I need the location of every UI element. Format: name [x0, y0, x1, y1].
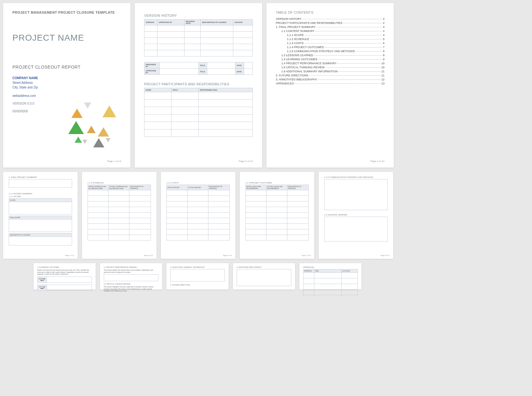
- page-8: 1.1.5 COMMUNICATION STRATEGY AND METHODS…: [319, 172, 393, 259]
- outcome-label: OUTCOME NAME: [38, 277, 47, 282]
- out-col3: EXPLANATION OF VARIANCE: [287, 185, 308, 190]
- scope-box: [9, 202, 72, 214]
- schedule-title: 1.1.2 SCHEDULE: [88, 182, 151, 184]
- additional-summary-box: [170, 269, 225, 281]
- table-row: [144, 122, 253, 129]
- table-row: [88, 218, 151, 224]
- vh-col-desc: DESCRIPTION OF CHANGE: [201, 20, 233, 25]
- toc-page-number: 10: [381, 62, 384, 65]
- toc-page-number: 10: [381, 66, 384, 69]
- page-footer: Page 2 of 14: [239, 160, 253, 163]
- toc-dots: [325, 67, 380, 68]
- version-history-table: VERSION APPROVED BY REVISION DATE DESCRI…: [144, 19, 253, 56]
- sched-col2: ACTUAL SCHEDULE with Key Milestone Dates: [108, 185, 129, 190]
- toc-entry: 1.1.5 COMMUNICATION STRATEGY AND METHODS…: [276, 50, 384, 53]
- appendices-table: APPENDIX ITEM LOCATION: [303, 269, 358, 297]
- toc-page-number: 7: [383, 46, 384, 49]
- toc-page-number: 8: [383, 50, 384, 53]
- toc-entry: 3. ANNOTATED BIBLIOGRAPHY12: [276, 78, 384, 81]
- toc-dots: [309, 75, 380, 76]
- toc-entry: 1.1.1 SCOPE4: [276, 34, 384, 37]
- table-row: [303, 273, 358, 278]
- toc-label: 1.1.5 COMMUNICATION STRATEGY AND METHODS: [287, 50, 355, 53]
- toc-dots: [310, 39, 382, 39]
- vh-col-version: VERSION: [144, 20, 157, 25]
- page-footer: Page 6 of 14: [223, 254, 232, 256]
- table-row: [167, 207, 230, 213]
- toc-dots: [295, 83, 380, 84]
- page-11: 1.6 ADDITIONAL SUMMARY INFORMATION 2. FU…: [166, 263, 229, 290]
- toc-page-number: 4: [383, 34, 384, 37]
- toc-label: 1.1.2 SCHEDULE: [287, 38, 309, 41]
- outcome-box-2: OUTCOME NAME: [37, 285, 92, 291]
- toc-entry: 1.1 CONTENT SUMMARY4: [276, 29, 384, 33]
- toc-dots: [314, 55, 382, 56]
- street-address: Street Address: [12, 80, 121, 85]
- table-row: [88, 224, 151, 229]
- toc-dots: [339, 71, 380, 72]
- learning-outcomes-desc: Briefly summarize how the learning outco…: [37, 269, 92, 275]
- title-label: TITLE: [198, 62, 207, 69]
- table-row: [246, 207, 309, 213]
- date-label2: DATE: [235, 69, 244, 75]
- toc-label: 1.1 CONTENT SUMMARY: [281, 29, 315, 33]
- table-row: [144, 50, 253, 56]
- page-12: 3. ANNOTATED BIBLIOGRAPHY: [233, 263, 295, 290]
- table-row: [88, 213, 151, 218]
- outcomes-title: 1.1.4 PROJECT OUTCOMES: [245, 182, 309, 184]
- toc-dots: [325, 47, 382, 47]
- table-row: [88, 201, 151, 207]
- final-scope-box: [9, 219, 72, 232]
- lessons-learned-box: [324, 217, 388, 241]
- toc-label: 1.1.1 SCOPE: [287, 34, 304, 37]
- summary-box: [9, 179, 72, 188]
- page-footer: Page 1 of 14: [107, 160, 121, 163]
- page-6: 1.1.3 COSTS INITIAL BUDGET ACTUAL BUDGET…: [161, 172, 235, 259]
- page-footer: Page 7 of 14: [302, 254, 311, 256]
- toc-entry: 1.4 PROJECT PERFORMANCE SUMMARY10: [276, 62, 384, 65]
- page-1: PROJECT MANAGEMENT PROJECT CLOSURE TEMPL…: [3, 3, 130, 168]
- table-row: [246, 218, 309, 224]
- title-label2: TITLE: [198, 69, 207, 75]
- toc-dots: [318, 79, 380, 80]
- table-row: [246, 213, 309, 218]
- table-row: [144, 107, 253, 115]
- approved-by-label: APPROVED BY: [144, 69, 160, 75]
- toc-page-number: 9: [383, 58, 384, 61]
- table-row: [167, 229, 230, 235]
- toc-list: VERSION HISTORY2PROJECT PARTICIPANTS AND…: [276, 17, 384, 85]
- toc-entry: APPENDICES13: [276, 82, 384, 85]
- toc-page-number: 11: [381, 70, 384, 73]
- city-state-zip: City, State and Zip: [12, 85, 121, 90]
- performance-box: [104, 274, 158, 281]
- app-col3: LOCATION: [341, 269, 358, 273]
- desc-change-box: [9, 237, 72, 245]
- company-name: COMPANY NAME: [12, 76, 121, 80]
- appendices-title: APPENDICES: [303, 266, 358, 268]
- desc-change-header: DESCRIPTION OF CHANGE: [9, 233, 72, 237]
- toc-label: 1.1.4 PROJECT OUTCOMES: [287, 46, 324, 49]
- pp-col-name: NAME: [144, 88, 171, 92]
- toc-entry: 1.1.3 COSTS6: [276, 42, 384, 45]
- app-col2: ITEM: [314, 269, 342, 273]
- table-row: [303, 295, 358, 297]
- comm-strategy-title: 1.1.5 COMMUNICATION STRATEGY AND METHODS: [324, 176, 388, 178]
- toc-label: VERSION HISTORY: [276, 17, 302, 20]
- toc-entry: 1.3 LEARNING OUTCOMES9: [276, 58, 384, 61]
- page-footer: Page 5 of 14: [144, 254, 153, 256]
- table-row: [167, 218, 230, 224]
- page-footer: Page 3 of 14: [371, 160, 384, 163]
- schedule-table: INITIAL SCHEDULE with Key Milestone Date…: [88, 185, 151, 241]
- table-row: [167, 213, 230, 218]
- sched-col1: INITIAL SCHEDULE with Key Milestone Date…: [88, 185, 109, 190]
- toc-dots: [338, 63, 380, 64]
- table-row: [88, 229, 151, 235]
- outcome-label: OUTCOME NAME: [38, 285, 47, 290]
- toc-label: 1.6 ADDITIONAL SUMMARY INFORMATION: [281, 70, 338, 73]
- toc-label: 1.5 CRITICAL THINKING REVIEW: [281, 66, 325, 69]
- company-info: COMPANY NAME Street Address City, State …: [12, 76, 121, 90]
- out-col2: ACTUAL GOALS AND DELIVERABLES: [266, 185, 287, 190]
- toc-page-number: 12: [381, 78, 384, 81]
- project-name: PROJECT NAME: [12, 33, 121, 43]
- toc-page-number: 8: [383, 54, 384, 57]
